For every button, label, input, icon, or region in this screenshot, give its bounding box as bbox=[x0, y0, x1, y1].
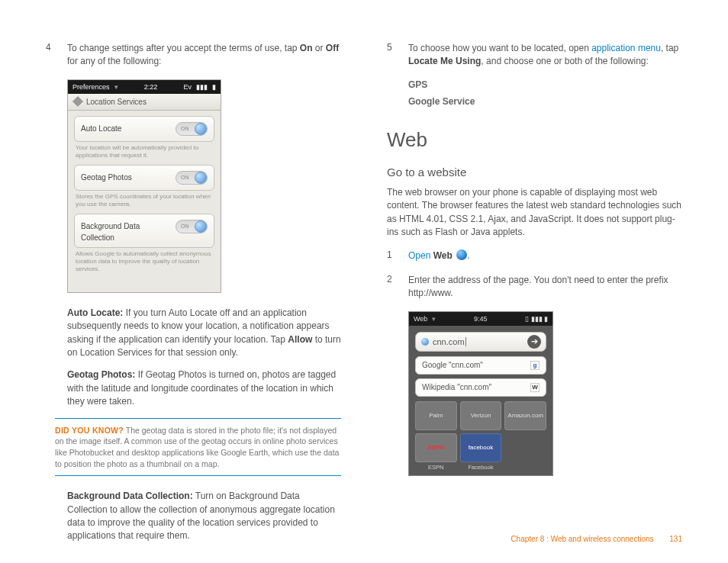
card-desc: Allows Google to automatically collect a… bbox=[76, 250, 213, 273]
did-you-know-box: DID YOU KNOW? The geotag data is stored … bbox=[55, 418, 341, 477]
card-label: Background Data bbox=[81, 222, 140, 230]
step-number: 4 bbox=[46, 42, 67, 69]
option-gps: GPS bbox=[408, 79, 682, 90]
bookmark-grid: Palm Verizon Amazon.com ESPN facebook bbox=[415, 401, 546, 462]
bookmark-amazon[interactable]: Amazon.com bbox=[504, 401, 546, 430]
bookmark-label: ESPN bbox=[415, 464, 457, 471]
bookmark-verizon[interactable]: Verizon bbox=[460, 401, 502, 430]
period: . bbox=[467, 250, 469, 261]
status-app: Web bbox=[414, 315, 427, 323]
left-column: 4 To change settings after you accept th… bbox=[46, 42, 341, 552]
para-geotag: Geotag Photos: If Geotag Photos is turne… bbox=[67, 368, 341, 408]
status-time: 2:22 bbox=[144, 83, 158, 91]
text: , and choose one or both of the followin… bbox=[481, 56, 649, 66]
bold-off: Off bbox=[326, 43, 339, 53]
card-desc: Your location will be automatically prov… bbox=[76, 144, 213, 159]
bookmark-palm[interactable]: Palm bbox=[415, 401, 457, 430]
phone-title-bar: Location Services bbox=[68, 94, 221, 111]
section-heading-web: Web bbox=[387, 128, 682, 152]
phone-location-services: Preferences▾ 2:22 Ev ▮▮▮ ▮ Location Serv… bbox=[67, 79, 221, 293]
bookmark-label: Facebook bbox=[460, 464, 502, 471]
footer-chapter: Chapter 8 : Web and wireless connections bbox=[511, 535, 653, 543]
signal-icon: ▮▮▮ bbox=[196, 83, 208, 91]
wikipedia-icon: W bbox=[530, 383, 540, 392]
phone-web-browser: Web▾ 9:45 ▯ ▮▮▮ ▮ cnn.com ➔ Google "cnn.… bbox=[408, 311, 553, 476]
bold-locate: Locate Me Using bbox=[408, 56, 481, 66]
option-google-service: Google Service bbox=[408, 96, 682, 107]
step-body: Enter the address of the page. You don't… bbox=[408, 274, 682, 301]
step-2: 2 Enter the address of the page. You don… bbox=[387, 274, 682, 301]
toggle-on[interactable]: ON bbox=[176, 171, 208, 185]
suggestion-google[interactable]: Google "cnn.com" g bbox=[415, 356, 546, 375]
label: Background Data Collection: bbox=[67, 491, 193, 501]
signal-icon: ▯ ▮▮▮ ▮ bbox=[525, 315, 548, 323]
suggestion-text: Google "cnn.com" bbox=[422, 361, 483, 369]
step-body: To choose how you want to be located, op… bbox=[408, 42, 682, 69]
card-auto-locate[interactable]: Auto Locate ON bbox=[74, 116, 214, 142]
suggestion-text: Wikipedia "cnn.com" bbox=[422, 383, 491, 391]
step-body: Open Web . bbox=[408, 249, 682, 262]
footer-page: 131 bbox=[669, 535, 682, 543]
card-background-data[interactable]: Background Data ON Collection bbox=[74, 214, 214, 248]
status-time: 9:45 bbox=[474, 315, 488, 323]
label: Geotag Photos: bbox=[67, 369, 135, 380]
phone-title: Location Services bbox=[86, 98, 147, 106]
text: To change settings after you accept the … bbox=[67, 43, 300, 53]
url-text: cnn.com bbox=[433, 337, 465, 346]
step-number: 1 bbox=[387, 249, 408, 262]
text: or bbox=[313, 43, 326, 53]
toggle-on[interactable]: ON bbox=[176, 220, 208, 233]
right-column: 5 To choose how you want to be located, … bbox=[387, 42, 682, 552]
card-label: Geotag Photos bbox=[81, 173, 132, 182]
link-application-menu[interactable]: application menu bbox=[591, 43, 661, 53]
bookmark-espn[interactable]: ESPN bbox=[415, 433, 457, 462]
card-desc: Stores the GPS coordinates of your locat… bbox=[76, 193, 213, 208]
card-label: Auto Locate bbox=[81, 124, 121, 133]
page-footer: Chapter 8 : Web and wireless connections… bbox=[511, 535, 682, 543]
step-number: 5 bbox=[387, 42, 408, 69]
status-app: Preferences bbox=[72, 83, 110, 91]
bold-web: Web bbox=[433, 250, 453, 261]
card-geotag[interactable]: Geotag Photos ON bbox=[74, 165, 214, 191]
link-open[interactable]: Open bbox=[408, 250, 430, 261]
suggestion-wikipedia[interactable]: Wikipedia "cnn.com" W bbox=[415, 378, 546, 397]
google-icon: g bbox=[530, 361, 540, 370]
text: , tap bbox=[661, 43, 678, 53]
toggle-knob bbox=[195, 220, 207, 233]
go-button[interactable]: ➔ bbox=[527, 335, 541, 349]
toggle-knob bbox=[195, 172, 207, 184]
toggle-on[interactable]: ON bbox=[176, 122, 208, 136]
text: for any of the following: bbox=[67, 56, 161, 66]
step-body: To change settings after you accept the … bbox=[67, 42, 341, 69]
step-5: 5 To choose how you want to be located, … bbox=[387, 42, 682, 69]
bold-on: On bbox=[300, 43, 313, 53]
text: To choose how you want to be located, op… bbox=[408, 43, 591, 53]
intro-paragraph: The web browser on your phone is capable… bbox=[387, 186, 682, 240]
step-4: 4 To change settings after you accept th… bbox=[46, 42, 341, 69]
bold-allow: Allow bbox=[288, 334, 312, 345]
card-label-line2: Collection bbox=[81, 233, 114, 242]
phone-status-bar: Web▾ 9:45 ▯ ▮▮▮ ▮ bbox=[409, 312, 552, 326]
tip-label: DID YOU KNOW? bbox=[55, 426, 124, 435]
bookmark-facebook[interactable]: facebook bbox=[460, 433, 502, 462]
para-background-data: Background Data Collection: Turn on Back… bbox=[67, 490, 341, 543]
diamond-icon bbox=[72, 96, 83, 107]
step-number: 2 bbox=[387, 274, 408, 301]
label: Auto Locate: bbox=[67, 307, 123, 318]
subsection-go-to-website: Go to a website bbox=[387, 166, 682, 179]
web-globe-icon bbox=[456, 249, 467, 260]
status-ev: Ev bbox=[184, 83, 192, 91]
toggle-knob bbox=[195, 123, 207, 135]
step-1: 1 Open Web . bbox=[387, 249, 682, 262]
phone-status-bar: Preferences▾ 2:22 Ev ▮▮▮ ▮ bbox=[68, 80, 221, 94]
battery-icon: ▮ bbox=[212, 83, 216, 91]
para-auto-locate: Auto Locate: If you turn Auto Locate off… bbox=[67, 307, 341, 360]
url-bar[interactable]: cnn.com ➔ bbox=[415, 332, 546, 352]
